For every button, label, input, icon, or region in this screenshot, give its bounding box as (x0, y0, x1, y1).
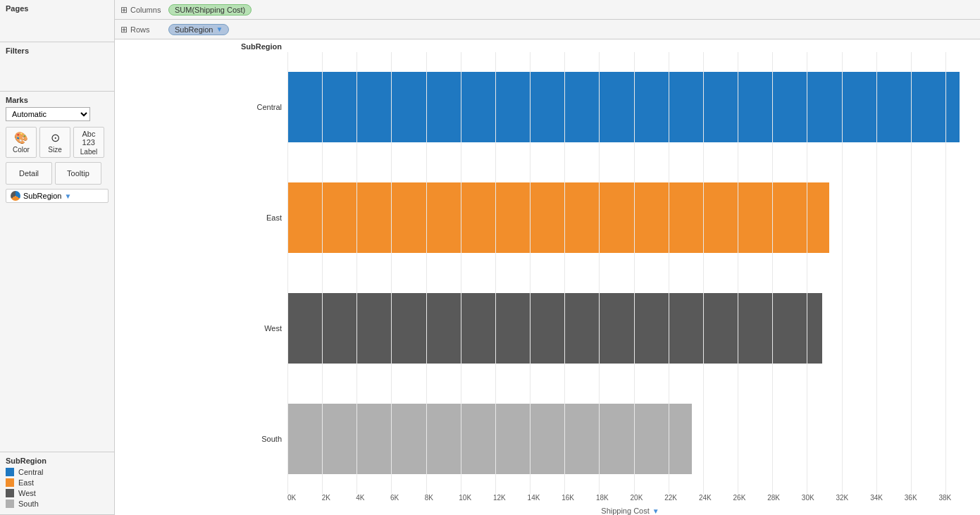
x-tick: 24K (699, 494, 733, 505)
legend-item-central[interactable]: Central (6, 468, 108, 476)
legend-item-west[interactable]: West (6, 489, 108, 497)
legend-label-south: South (18, 500, 39, 508)
chart-plot: 0K2K4K6K8K10K12K14K16K18K20K22K24K26K28K… (287, 52, 980, 515)
color-button[interactable]: 🎨 Color (6, 127, 37, 158)
bar-row-west (287, 283, 973, 374)
x-tick: 16K (562, 494, 596, 505)
main-area: ⊞ Columns SUM(Shipping Cost) ⊞ Rows SubR… (115, 0, 980, 515)
legend-label-east: East (18, 478, 34, 487)
legend-color-west (6, 489, 14, 497)
y-axis-header: SubRegion (115, 42, 287, 51)
x-ticks-row: 0K2K4K6K8K10K12K14K16K18K20K22K24K26K28K… (287, 494, 973, 505)
bar-west[interactable] (287, 293, 822, 364)
x-tick: 22K (664, 494, 699, 505)
x-axis: 0K2K4K6K8K10K12K14K16K18K20K22K24K26K28K… (287, 494, 973, 515)
x-tick: 34K (870, 494, 905, 505)
x-tick: 0K (287, 494, 322, 505)
columns-grid-icon: ⊞ (120, 5, 128, 15)
bar-central[interactable] (287, 72, 960, 142)
left-panel: Pages Filters Marks Automatic 🎨 Color ⊙ … (0, 0, 115, 515)
marks-type-select[interactable]: Automatic (6, 107, 90, 121)
x-tick: 12K (493, 494, 528, 505)
y-label-east: East (266, 213, 282, 222)
legend-item-south[interactable]: South (6, 500, 108, 508)
rows-label: ⊞ Rows (120, 25, 163, 35)
legend-color-east (6, 478, 14, 487)
legend-label-west: West (18, 489, 36, 497)
y-label-central: Central (257, 103, 282, 111)
bar-row-east (287, 172, 973, 263)
size-icon: ⊙ (51, 131, 60, 144)
x-tick: 30K (802, 494, 836, 505)
columns-label: ⊞ Columns (120, 5, 163, 15)
marks-section: Marks Automatic 🎨 Color ⊙ Size Abc123 La… (0, 92, 114, 452)
legend-section: SubRegion Central East West South (0, 452, 114, 515)
rows-grid-icon: ⊞ (120, 25, 128, 35)
color-icon: 🎨 (14, 131, 28, 144)
legend-color-south (6, 500, 14, 508)
detail-button[interactable]: Detail (6, 162, 52, 185)
rows-shelf: ⊞ Rows SubRegion ▼ (115, 20, 980, 39)
chart-container: SubRegion Central East West South (115, 39, 980, 515)
x-tick: 20K (631, 494, 665, 505)
pages-title: Pages (6, 4, 108, 13)
filter-icon-subregion: ▼ (64, 192, 71, 200)
columns-pill[interactable]: SUM(Shipping Cost) (168, 4, 252, 15)
chart-header: SubRegion (115, 39, 980, 52)
x-tick: 38K (938, 494, 973, 505)
tooltip-button[interactable]: Tooltip (55, 162, 101, 185)
bar-row-south (287, 393, 973, 485)
x-tick: 18K (596, 494, 631, 505)
x-axis-label: Shipping Cost ▼ (287, 507, 973, 515)
label-button[interactable]: Abc123 Label (73, 127, 104, 158)
x-tick: 8K (425, 494, 459, 505)
x-tick: 36K (905, 494, 939, 505)
legend-color-central (6, 468, 14, 476)
pages-section: Pages (0, 0, 114, 42)
rows-pill-filter-icon: ▼ (216, 25, 223, 33)
x-tick: 32K (836, 494, 871, 505)
legend-items: Central East West South (6, 468, 108, 508)
bar-row-central (287, 61, 973, 153)
x-tick: 28K (767, 494, 802, 505)
bar-east[interactable] (287, 182, 829, 253)
x-tick: 2K (322, 494, 356, 505)
y-axis-labels: Central East West South (115, 52, 287, 515)
rows-pill[interactable]: SubRegion ▼ (168, 24, 229, 35)
x-tick: 4K (356, 494, 390, 505)
legend-label-central: Central (18, 468, 43, 476)
x-tick: 6K (390, 494, 425, 505)
filters-title: Filters (6, 46, 108, 55)
x-axis-filter-icon: ▼ (652, 507, 659, 515)
y-label-west: West (264, 324, 282, 333)
label-icon: Abc123 (82, 130, 96, 147)
columns-shelf: ⊞ Columns SUM(Shipping Cost) (115, 0, 980, 20)
legend-item-east[interactable]: East (6, 478, 108, 487)
filters-section: Filters (0, 42, 114, 92)
x-tick: 14K (528, 494, 562, 505)
legend-title: SubRegion (6, 457, 108, 465)
subregion-color-icon (11, 191, 20, 201)
size-button[interactable]: ⊙ Size (39, 127, 70, 158)
y-label-south: South (261, 435, 282, 443)
marks-title: Marks (6, 96, 108, 104)
bar-south[interactable] (287, 404, 692, 474)
chart-body: Central East West South (115, 52, 980, 515)
x-tick: 10K (459, 494, 493, 505)
x-tick: 26K (733, 494, 768, 505)
subregion-mark-pill[interactable]: SubRegion ▼ (6, 189, 108, 203)
